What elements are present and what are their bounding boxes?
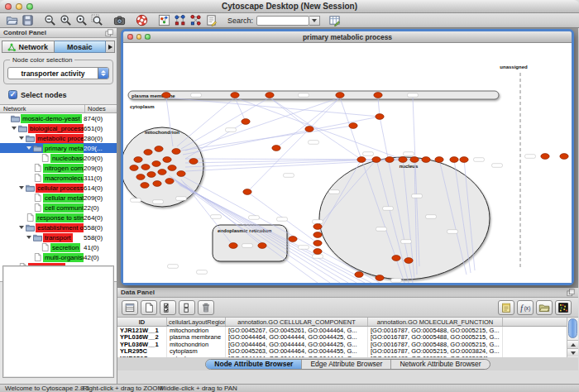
zoom-selected-region-icon[interactable] [89,14,105,27]
table-row[interactable]: YJR121W__1mitochondrion[GO:0045267, GO:0… [117,327,567,334]
graph-node[interactable] [376,114,384,120]
annotation-notes-icon[interactable] [498,300,514,315]
graph-node[interactable] [404,258,413,264]
help-lifesaver-icon[interactable] [134,14,150,27]
float-data-panel-icon[interactable] [567,289,575,297]
table-cell[interactable]: cytoplasm [167,355,226,357]
graph-node[interactable] [560,154,568,160]
graph-node[interactable] [272,146,280,151]
graph-node[interactable] [231,93,239,98]
zoom-out-icon[interactable] [42,14,58,27]
network-window-close-button[interactable] [127,34,133,40]
graph-node[interactable] [541,154,549,160]
expander-triangle-icon[interactable] [18,186,25,189]
graph-node[interactable] [258,243,266,249]
snapshot-camera-icon[interactable] [112,14,127,27]
graph-node[interactable] [357,157,366,163]
expander-triangle-icon[interactable] [26,146,32,150]
birds-eye-view-panel[interactable] [2,265,114,378]
table-row[interactable]: YPL036W__1mitochondrion[GO:0044464, GO:0… [117,341,567,348]
open-file-icon[interactable] [4,14,20,27]
tree-row[interactable]: response to stimulu264(0) [0,213,117,222]
table-scrollbar[interactable] [567,318,578,357]
tree-row[interactable]: macromolecule311(0) [0,173,117,183]
select-attributes-icon[interactable] [160,300,176,315]
attribute-table-icon[interactable] [122,300,138,315]
table-row[interactable]: YLR295Ccytoplasm[GO:0045263, GO:0044464,… [117,348,567,356]
graph-node[interactable] [152,161,160,167]
graph-node[interactable] [450,157,458,163]
graph-node[interactable] [422,157,430,163]
table-column-header[interactable]: ID [117,318,167,326]
table-column-header[interactable]: annotation.GO MOLECULAR_FUNCTION [368,318,503,326]
graph-node[interactable] [289,237,297,242]
graph-node[interactable] [242,119,250,125]
tab-overflow-arrow-icon[interactable] [106,41,115,53]
tree-row[interactable]: multi-organism pro42(0) [0,252,117,262]
graph-node[interactable] [313,241,322,246]
graph-node[interactable] [376,275,384,281]
delete-attribute-icon[interactable] [198,300,214,315]
minimize-button[interactable] [16,3,22,10]
graph-node[interactable] [172,149,180,155]
tree-row[interactable]: cell communicat22(0) [0,203,117,213]
graph-node[interactable] [374,93,382,98]
graph-node[interactable] [266,93,274,98]
tab-edge-attribute-browser[interactable]: Edge Attribute Browser [302,360,391,369]
table-column-header[interactable]: annotation.GO CELLULAR_COMPONENT [226,318,368,326]
graph-node[interactable] [153,181,161,187]
zoom-in-icon[interactable] [58,14,74,27]
graph-node[interactable] [349,123,357,129]
graph-node[interactable] [435,157,443,163]
unselect-attributes-icon[interactable] [179,300,195,315]
tree-row[interactable]: mosaic-demo-yeast874(0) [0,113,117,123]
maximize-button[interactable] [26,3,33,10]
graph-node[interactable] [313,249,322,255]
tree-header-nodes[interactable]: Nodes [85,105,117,112]
tab-network[interactable]: Network [2,41,55,53]
table-cell[interactable]: [GO:0044464, GO:0044446, GO:0044444, G..… [226,355,368,357]
attribute-editor-icon[interactable] [327,14,342,27]
zoom-fit-icon[interactable] [74,14,89,27]
graph-node[interactable] [136,174,145,180]
table-row[interactable]: YPL036W__2plasma membrane[GO:0044464, GO… [117,334,567,342]
layout-nodes-red-icon[interactable] [188,14,203,27]
save-session-icon[interactable] [20,14,36,27]
expander-triangle-icon[interactable] [18,226,25,229]
search-input[interactable] [256,16,309,26]
annotation-document-icon[interactable] [203,14,219,27]
expander-triangle-icon[interactable] [26,236,32,239]
tree-row[interactable]: cellular process614(0) [0,183,117,193]
graph-node[interactable] [372,157,380,163]
tab-node-attribute-browser[interactable]: Node Attribute Browser [206,360,302,369]
import-attributes-icon[interactable] [536,300,553,315]
tree-row[interactable]: primary metabo209(... [0,143,117,153]
tree-row[interactable]: nitrogen compo209(0) [0,163,117,173]
layout-nodes-blue-icon[interactable] [172,14,188,27]
node-color-select[interactable]: transporter activity [7,67,109,79]
tree-row[interactable]: secretion41(0) [0,242,117,252]
graph-node[interactable] [141,165,150,170]
function-builder-icon[interactable]: f(x) [517,300,534,315]
graph-node[interactable] [460,157,468,163]
expander-triangle-icon[interactable] [18,136,25,140]
matrix-view-icon[interactable] [555,300,572,315]
tab-network-attribute-browser[interactable]: Network Attribute Browser [391,360,489,369]
graph-node[interactable] [410,157,419,163]
tree-row[interactable]: cellular metabo209(0) [0,193,117,203]
network-window-maximize-button[interactable] [145,34,151,40]
table-cell[interactable]: YKR052C [117,355,167,357]
graph-node[interactable] [189,159,198,165]
graph-node[interactable] [144,150,152,155]
graph-node[interactable] [162,93,170,98]
graph-node[interactable] [134,157,142,163]
graph-node[interactable] [141,183,149,189]
tree-header-network[interactable]: Network [0,105,85,112]
scroll-down-icon[interactable] [567,348,578,356]
tree-row[interactable]: establishment of lo558(0) [0,222,117,232]
network-canvas[interactable]: plasma membranecytoplasmmitochondrionnuc… [123,43,572,283]
tree-row[interactable]: biological_process651(0) [0,123,117,133]
scroll-up-icon[interactable] [567,340,578,348]
network-window-title-bar[interactable]: primary metabolic process [123,31,572,43]
graph-node[interactable] [229,243,237,249]
